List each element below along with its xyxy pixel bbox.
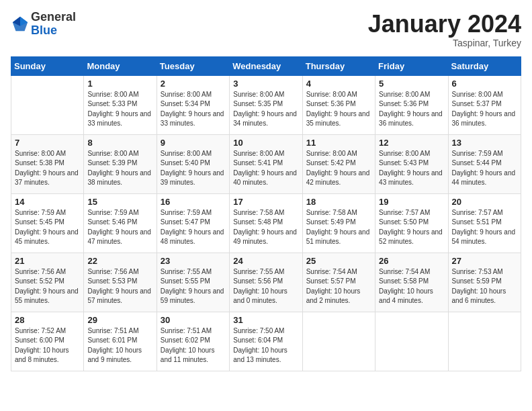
day-info: Sunrise: 7:55 AM Sunset: 5:56 PM Dayligh… <box>233 267 298 306</box>
day-cell: 4Sunrise: 8:00 AM Sunset: 5:36 PM Daylig… <box>302 75 375 134</box>
day-number: 3 <box>233 79 298 89</box>
day-number: 18 <box>306 197 371 207</box>
day-cell: 30Sunrise: 7:51 AM Sunset: 6:02 PM Dayli… <box>157 312 229 371</box>
day-number: 30 <box>161 315 226 325</box>
header-cell-sunday: Sunday <box>11 56 84 75</box>
day-cell: 2Sunrise: 8:00 AM Sunset: 5:34 PM Daylig… <box>157 75 229 134</box>
day-cell: 31Sunrise: 7:50 AM Sunset: 6:04 PM Dayli… <box>230 312 302 371</box>
page-header: General Blue January 2024 Taspinar, Turk… <box>11 11 521 48</box>
day-info: Sunrise: 8:00 AM Sunset: 5:36 PM Dayligh… <box>379 90 444 129</box>
calendar-table: SundayMondayTuesdayWednesdayThursdayFrid… <box>11 56 521 371</box>
day-info: Sunrise: 7:51 AM Sunset: 6:01 PM Dayligh… <box>87 326 152 365</box>
day-info: Sunrise: 7:54 AM Sunset: 5:58 PM Dayligh… <box>379 267 444 306</box>
day-cell <box>448 312 521 371</box>
day-number: 25 <box>306 256 371 266</box>
day-cell: 8Sunrise: 8:00 AM Sunset: 5:39 PM Daylig… <box>84 134 157 193</box>
day-info: Sunrise: 7:57 AM Sunset: 5:51 PM Dayligh… <box>452 208 517 247</box>
day-cell: 12Sunrise: 8:00 AM Sunset: 5:43 PM Dayli… <box>375 134 448 193</box>
day-cell: 5Sunrise: 8:00 AM Sunset: 5:36 PM Daylig… <box>375 75 448 134</box>
week-row-3: 14Sunrise: 7:59 AM Sunset: 5:45 PM Dayli… <box>11 193 521 253</box>
day-number: 5 <box>379 79 444 89</box>
day-info: Sunrise: 8:00 AM Sunset: 5:41 PM Dayligh… <box>233 149 298 188</box>
day-number: 11 <box>306 138 371 148</box>
day-info: Sunrise: 8:00 AM Sunset: 5:34 PM Dayligh… <box>161 90 226 129</box>
day-info: Sunrise: 7:56 AM Sunset: 5:53 PM Dayligh… <box>87 267 152 306</box>
day-number: 17 <box>233 197 298 207</box>
day-number: 13 <box>452 138 517 148</box>
day-cell: 15Sunrise: 7:59 AM Sunset: 5:46 PM Dayli… <box>84 193 157 253</box>
day-info: Sunrise: 7:50 AM Sunset: 6:04 PM Dayligh… <box>233 326 298 365</box>
day-number: 29 <box>87 315 152 325</box>
day-number: 9 <box>161 138 226 148</box>
day-info: Sunrise: 7:52 AM Sunset: 6:00 PM Dayligh… <box>15 326 80 365</box>
day-cell <box>302 312 375 371</box>
day-info: Sunrise: 7:59 AM Sunset: 5:45 PM Dayligh… <box>15 208 80 247</box>
day-number: 4 <box>306 79 371 89</box>
day-cell: 9Sunrise: 8:00 AM Sunset: 5:40 PM Daylig… <box>157 134 229 193</box>
day-number: 21 <box>15 256 80 266</box>
day-cell: 16Sunrise: 7:59 AM Sunset: 5:47 PM Dayli… <box>157 193 229 253</box>
week-row-4: 21Sunrise: 7:56 AM Sunset: 5:52 PM Dayli… <box>11 253 521 312</box>
day-number: 23 <box>161 256 226 266</box>
day-cell: 21Sunrise: 7:56 AM Sunset: 5:52 PM Dayli… <box>11 253 84 312</box>
day-cell: 24Sunrise: 7:55 AM Sunset: 5:56 PM Dayli… <box>230 253 302 312</box>
header-cell-monday: Monday <box>84 56 157 75</box>
day-cell: 11Sunrise: 8:00 AM Sunset: 5:42 PM Dayli… <box>302 134 375 193</box>
day-info: Sunrise: 8:00 AM Sunset: 5:43 PM Dayligh… <box>379 149 444 188</box>
week-row-1: 1Sunrise: 8:00 AM Sunset: 5:33 PM Daylig… <box>11 75 521 134</box>
day-number: 2 <box>161 79 226 89</box>
day-cell: 6Sunrise: 8:00 AM Sunset: 5:37 PM Daylig… <box>448 75 521 134</box>
day-info: Sunrise: 7:59 AM Sunset: 5:47 PM Dayligh… <box>161 208 226 247</box>
header-cell-wednesday: Wednesday <box>230 56 302 75</box>
day-number: 28 <box>15 315 80 325</box>
day-cell: 22Sunrise: 7:56 AM Sunset: 5:53 PM Dayli… <box>84 253 157 312</box>
day-number: 7 <box>15 138 80 148</box>
day-cell: 20Sunrise: 7:57 AM Sunset: 5:51 PM Dayli… <box>448 193 521 253</box>
day-info: Sunrise: 7:58 AM Sunset: 5:49 PM Dayligh… <box>306 208 371 247</box>
day-number: 27 <box>452 256 517 266</box>
day-number: 20 <box>452 197 517 207</box>
day-info: Sunrise: 7:53 AM Sunset: 5:59 PM Dayligh… <box>452 267 517 306</box>
day-number: 31 <box>233 315 298 325</box>
week-row-2: 7Sunrise: 8:00 AM Sunset: 5:38 PM Daylig… <box>11 134 521 193</box>
day-number: 26 <box>379 256 444 266</box>
day-info: Sunrise: 7:56 AM Sunset: 5:52 PM Dayligh… <box>15 267 80 306</box>
day-cell: 14Sunrise: 7:59 AM Sunset: 5:45 PM Dayli… <box>11 193 84 253</box>
calendar-body: 1Sunrise: 8:00 AM Sunset: 5:33 PM Daylig… <box>11 75 521 371</box>
day-info: Sunrise: 8:00 AM Sunset: 5:35 PM Dayligh… <box>233 90 298 129</box>
day-cell: 3Sunrise: 8:00 AM Sunset: 5:35 PM Daylig… <box>230 75 302 134</box>
day-info: Sunrise: 8:00 AM Sunset: 5:38 PM Dayligh… <box>15 149 80 188</box>
day-number: 16 <box>161 197 226 207</box>
day-cell: 7Sunrise: 8:00 AM Sunset: 5:38 PM Daylig… <box>11 134 84 193</box>
day-number: 12 <box>379 138 444 148</box>
day-info: Sunrise: 7:54 AM Sunset: 5:57 PM Dayligh… <box>306 267 371 306</box>
day-number: 10 <box>233 138 298 148</box>
day-cell <box>375 312 448 371</box>
header-row: SundayMondayTuesdayWednesdayThursdayFrid… <box>11 56 521 75</box>
day-info: Sunrise: 7:51 AM Sunset: 6:02 PM Dayligh… <box>161 326 226 365</box>
day-info: Sunrise: 7:59 AM Sunset: 5:44 PM Dayligh… <box>452 149 517 188</box>
day-number: 22 <box>87 256 152 266</box>
day-cell: 13Sunrise: 7:59 AM Sunset: 5:44 PM Dayli… <box>448 134 521 193</box>
header-cell-tuesday: Tuesday <box>157 56 229 75</box>
day-info: Sunrise: 7:58 AM Sunset: 5:48 PM Dayligh… <box>233 208 298 247</box>
day-cell: 17Sunrise: 7:58 AM Sunset: 5:48 PM Dayli… <box>230 193 302 253</box>
header-cell-friday: Friday <box>375 56 448 75</box>
day-cell: 26Sunrise: 7:54 AM Sunset: 5:58 PM Dayli… <box>375 253 448 312</box>
day-info: Sunrise: 8:00 AM Sunset: 5:37 PM Dayligh… <box>452 90 517 129</box>
day-number: 24 <box>233 256 298 266</box>
week-row-5: 28Sunrise: 7:52 AM Sunset: 6:00 PM Dayli… <box>11 312 521 371</box>
month-title: January 2024 <box>368 11 521 38</box>
day-info: Sunrise: 7:55 AM Sunset: 5:55 PM Dayligh… <box>161 267 226 306</box>
day-number: 19 <box>379 197 444 207</box>
logo-text: General Blue <box>31 11 76 38</box>
day-info: Sunrise: 8:00 AM Sunset: 5:33 PM Dayligh… <box>87 90 152 129</box>
calendar-header: SundayMondayTuesdayWednesdayThursdayFrid… <box>11 56 521 75</box>
day-info: Sunrise: 7:59 AM Sunset: 5:46 PM Dayligh… <box>87 208 152 247</box>
header-cell-saturday: Saturday <box>448 56 521 75</box>
day-info: Sunrise: 8:00 AM Sunset: 5:39 PM Dayligh… <box>87 149 152 188</box>
day-number: 8 <box>87 138 152 148</box>
location-subtitle: Taspinar, Turkey <box>368 38 521 48</box>
day-cell <box>11 75 84 134</box>
day-cell: 27Sunrise: 7:53 AM Sunset: 5:59 PM Dayli… <box>448 253 521 312</box>
